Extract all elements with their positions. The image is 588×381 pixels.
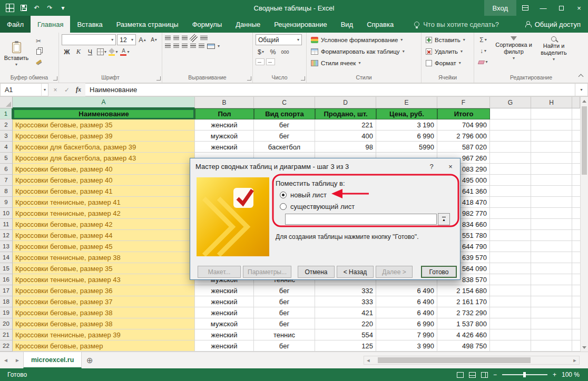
ribbon-tab-help[interactable]: Справка — [360, 16, 400, 33]
zoom-in-button[interactable]: + — [553, 371, 556, 378]
cell[interactable]: 587 020 — [437, 142, 490, 153]
row-header-14[interactable]: 14 — [0, 252, 13, 263]
cell[interactable] — [531, 318, 572, 329]
cell[interactable] — [531, 329, 572, 340]
sort-filter-button[interactable]: Сортировка и фильтр ▾ — [494, 34, 534, 74]
cell[interactable] — [490, 307, 531, 318]
column-header-h[interactable]: H — [531, 97, 572, 108]
share-button[interactable]: Общий доступ — [525, 16, 588, 33]
align-bottom-icon[interactable] — [182, 36, 188, 41]
cell[interactable]: 332 — [315, 285, 376, 296]
qat-customize-button[interactable]: ▾ — [56, 0, 70, 16]
grow-font-button[interactable]: А▴ — [137, 35, 148, 45]
ribbon-tab-data[interactable]: Данные — [229, 16, 267, 33]
horizontal-scrollbar[interactable]: ◄ ► — [364, 356, 580, 365]
row-header-19[interactable]: 19 — [0, 307, 13, 318]
cell[interactable] — [531, 340, 572, 352]
fill-button[interactable]: ↓▾ — [477, 46, 489, 56]
cell[interactable] — [490, 142, 531, 153]
sheet-nav-left-icon[interactable]: ◄ — [0, 352, 12, 368]
column-header-c[interactable]: C — [254, 97, 315, 108]
vertical-scrollbar[interactable] — [580, 97, 588, 352]
cell[interactable]: Кроссовки теннисные, размер 38 — [13, 252, 195, 263]
wrap-text-icon[interactable] — [200, 36, 208, 41]
header-cell[interactable]: Вид спорта — [254, 108, 315, 119]
cell[interactable] — [490, 296, 531, 307]
row-header-5[interactable]: 5 — [0, 153, 13, 164]
cell[interactable]: 333 — [315, 296, 376, 307]
cut-button[interactable]: ✂ — [32, 36, 45, 46]
cell[interactable] — [531, 208, 572, 219]
font-size-select[interactable]: 12▾ — [117, 34, 136, 45]
cell[interactable]: женский — [195, 307, 254, 318]
cell[interactable] — [490, 153, 531, 164]
normal-view-button[interactable] — [457, 372, 464, 378]
conditional-formatting-button[interactable]: Условное форматирование ▾ — [309, 34, 418, 46]
insert-function-button[interactable]: fx — [73, 83, 84, 96]
cell[interactable] — [531, 119, 572, 131]
save-button[interactable] — [17, 0, 30, 16]
radio-existing-sheet[interactable]: существующий лист — [280, 203, 355, 210]
cell[interactable] — [531, 274, 572, 285]
row-header-11[interactable]: 11 — [0, 219, 13, 230]
cell[interactable]: Кроссовки для баскетбола, размер 39 — [13, 142, 195, 153]
cell[interactable]: теннис — [254, 329, 315, 340]
row-header-1[interactable]: 1 — [0, 108, 13, 119]
scroll-right-icon[interactable]: ► — [571, 358, 579, 363]
cell[interactable]: Кроссовки беговые, размер 40 — [13, 175, 195, 186]
cell[interactable]: 1 537 800 — [437, 318, 490, 329]
reference-input[interactable] — [285, 214, 437, 225]
sign-in-button[interactable]: Вход — [484, 0, 516, 16]
cell[interactable]: Кроссовки беговые, размер 40 — [13, 164, 195, 175]
header-cell[interactable]: Наименование — [13, 108, 195, 119]
cell[interactable]: Кроссовки теннисные, размер 42 — [13, 208, 195, 219]
cell[interactable] — [490, 186, 531, 197]
header-cell[interactable]: Цена, руб. — [376, 108, 437, 119]
zoom-slider-thumb[interactable] — [523, 372, 526, 377]
align-right-icon[interactable] — [182, 44, 188, 49]
row-header-4[interactable]: 4 — [0, 142, 13, 153]
number-format-select[interactable]: Общий▾ — [256, 34, 302, 45]
cell[interactable] — [531, 153, 572, 164]
italic-button[interactable]: К — [73, 47, 84, 57]
row-header-6[interactable]: 6 — [0, 164, 13, 175]
cell[interactable] — [531, 186, 572, 197]
dialog-close-button[interactable]: × — [441, 158, 460, 174]
horizontal-scrollbar-thumb[interactable] — [378, 357, 531, 363]
cell[interactable]: Кроссовки беговые, размер 39 — [13, 131, 195, 142]
decrease-indent-icon[interactable] — [190, 44, 196, 49]
cell[interactable] — [531, 219, 572, 230]
cell[interactable]: женский — [195, 142, 254, 153]
cell[interactable]: женский — [195, 340, 254, 352]
dialog-launcher-icon[interactable] — [301, 76, 305, 81]
cell[interactable] — [490, 329, 531, 340]
row-header-12[interactable]: 12 — [0, 230, 13, 241]
cell[interactable]: бег — [254, 119, 315, 131]
ribbon-tab-formulas[interactable]: Формулы — [185, 16, 229, 33]
format-cells-button[interactable]: Формат ▾ — [424, 57, 471, 69]
excel-logo-icon[interactable] — [6, 4, 14, 12]
cell[interactable] — [490, 263, 531, 274]
merge-center-icon[interactable] — [207, 44, 215, 49]
shrink-font-button[interactable]: А▾ — [149, 35, 159, 45]
cell[interactable] — [531, 252, 572, 263]
cell[interactable]: Кроссовки беговые, размер 38 — [13, 307, 195, 318]
cell[interactable]: 220 — [315, 318, 376, 329]
ribbon-tab-file[interactable]: Файл — [0, 16, 31, 33]
paste-button[interactable]: Вставить ▾ — [3, 34, 30, 74]
row-header-22[interactable]: 22 — [0, 340, 13, 352]
cell[interactable]: Кроссовки теннисные, размер 43 — [13, 274, 195, 285]
ribbon-tab-review[interactable]: Рецензирование — [267, 16, 334, 33]
column-header-b[interactable]: B — [195, 97, 254, 108]
cell[interactable] — [531, 142, 572, 153]
select-all-corner[interactable] — [0, 97, 13, 108]
column-header-g[interactable]: G — [490, 97, 531, 108]
dialog-launcher-icon[interactable] — [247, 76, 251, 81]
cell[interactable]: 7 990 — [376, 329, 437, 340]
cell[interactable]: Кроссовки беговые, размер 44 — [13, 230, 195, 241]
dialog-help-button[interactable]: ? — [422, 158, 441, 174]
cell[interactable]: Кроссовки беговые, размер 35 — [13, 119, 195, 131]
cell[interactable]: женский — [195, 285, 254, 296]
cell[interactable] — [490, 197, 531, 208]
cell[interactable] — [531, 307, 572, 318]
